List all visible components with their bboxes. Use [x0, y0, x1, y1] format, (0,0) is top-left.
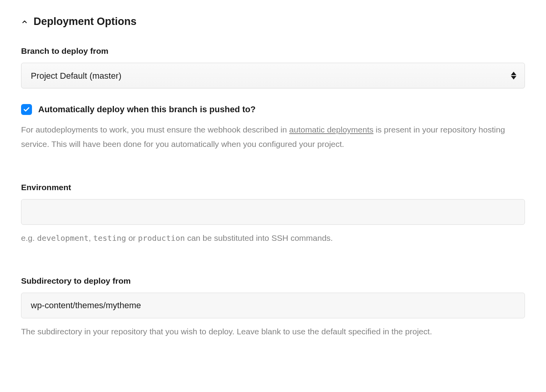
environment-help-suffix: can be substituted into SSH commands.	[185, 233, 333, 242]
section-title: Deployment Options	[34, 16, 136, 28]
environment-help-text: e.g. development, testing or production …	[21, 231, 525, 245]
environment-field-group: Environment e.g. development, testing or…	[21, 183, 525, 245]
environment-label: Environment	[21, 183, 525, 192]
autodeploy-checkbox[interactable]	[21, 104, 32, 115]
environment-help-code3: production	[138, 233, 185, 243]
branch-select-wrapper: Project Default (master)	[21, 63, 525, 88]
autodeploy-field-group: Automatically deploy when this branch is…	[21, 104, 525, 152]
subdirectory-label: Subdirectory to deploy from	[21, 276, 525, 286]
branch-label: Branch to deploy from	[21, 46, 525, 56]
environment-help-sep2: or	[126, 233, 138, 242]
autodeploy-help-text: For autodeployments to work, you must en…	[21, 123, 525, 152]
checkmark-icon	[23, 106, 30, 113]
autodeploy-checkbox-row: Automatically deploy when this branch is…	[21, 104, 525, 115]
section-header[interactable]: Deployment Options	[21, 16, 525, 28]
environment-help-code1: development	[37, 233, 89, 243]
autodeploy-checkbox-label[interactable]: Automatically deploy when this branch is…	[38, 104, 255, 115]
environment-help-prefix: e.g.	[21, 233, 37, 242]
subdirectory-field-group: Subdirectory to deploy from The subdirec…	[21, 276, 525, 339]
autodeploy-help-prefix: For autodeployments to work, you must en…	[21, 125, 289, 134]
automatic-deployments-link[interactable]: automatic deployments	[289, 125, 374, 134]
branch-field-group: Branch to deploy from Project Default (m…	[21, 46, 525, 88]
subdirectory-help-text: The subdirectory in your repository that…	[21, 325, 525, 339]
subdirectory-input[interactable]	[21, 293, 525, 318]
branch-select[interactable]: Project Default (master)	[21, 63, 525, 88]
chevron-up-icon	[21, 18, 28, 25]
environment-help-sep1: ,	[89, 233, 93, 242]
environment-help-code2: testing	[93, 233, 126, 243]
environment-input[interactable]	[21, 199, 525, 225]
